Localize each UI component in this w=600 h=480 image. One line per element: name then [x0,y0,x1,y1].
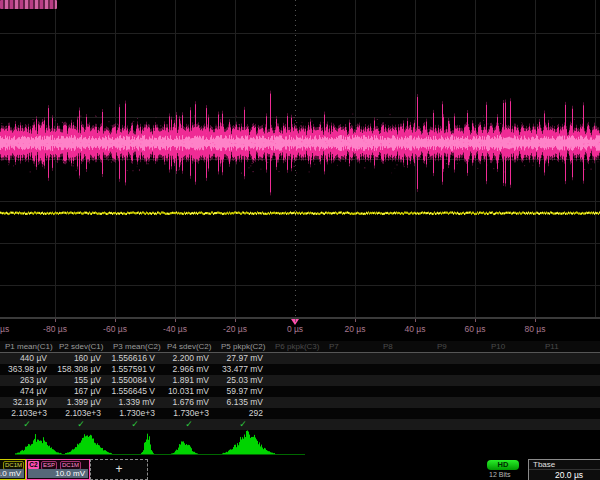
measure-value-cell [540,408,594,419]
measure-header-p7[interactable]: P7 [324,341,378,352]
oscilloscope-screen: -100 µs-80 µs-60 µs-40 µs-20 µs0 µs20 µs… [0,0,600,480]
measure-value-cell [432,386,486,397]
status-empty-cell [270,419,324,430]
measure-header-p4[interactable]: P4 sdev(C2) [162,341,216,352]
measure-value-cell: 1.556616 V [108,353,162,364]
measure-value-cell [378,353,432,364]
waveform-grid-canvas[interactable] [0,0,600,318]
measure-value-cell: 1.891 mV [162,375,216,386]
measure-value-cell [378,386,432,397]
measure-stats-row: 263 µV155 µV1.550084 V1.891 mV25.03 mV [0,375,600,386]
measure-value-cell [432,397,486,408]
status-empty-cell [486,419,540,430]
measure-value-cell [324,397,378,408]
measure-value-cell [324,375,378,386]
measure-value-cell [324,386,378,397]
measure-value-cell [270,397,324,408]
measure-value-cell [540,375,594,386]
axis-label: 60 µs [465,324,486,334]
measure-stats-row: 474 µV167 µV1.556645 V10.031 mV59.97 mV [0,386,600,397]
measure-value-cell: 59.97 mV [216,386,270,397]
status-empty-cell [378,419,432,430]
measure-value-cell: 474 µV [0,386,54,397]
measure-header-p2[interactable]: P2 sdev(C1) [54,341,108,352]
measure-header-p1[interactable]: P1 mean(C1) [0,341,54,352]
channel-c1-descriptor[interactable]: DC1M 10.0 mV [0,459,26,480]
axis-label: 40 µs [405,324,426,334]
status-empty-cell [540,419,594,430]
measure-value-cell: 10.031 mV [162,386,216,397]
axis-tick [355,319,356,322]
axis-label: 0 µs [287,324,303,334]
axis-label: -80 µs [43,324,67,334]
measure-value-cell: 1.730e+3 [108,408,162,419]
measure-value-cell [270,375,324,386]
measure-value-cell [432,408,486,419]
add-trace-button[interactable]: + [90,459,148,480]
measure-value-cell: 155 µV [54,375,108,386]
measure-value-cell [432,375,486,386]
measure-value-cell [432,353,486,364]
axis-tick [295,319,296,322]
measure-header-p8[interactable]: P8 [378,341,432,352]
measure-value-cell [486,397,540,408]
measure-value-cell: 6.135 mV [216,397,270,408]
measure-value-cell [486,408,540,419]
hd-bits-label: 12 Bits [489,471,510,478]
measure-value-cell [486,353,540,364]
axis-tick [115,319,116,322]
measure-table: P1 mean(C1)P2 sdev(C1)P3 mean(C2)P4 sdev… [0,341,600,430]
timebase-descriptor[interactable]: Tbase 20.0 µs [528,459,600,480]
measure-value-cell [324,364,378,375]
measure-value-cell: 25.03 mV [216,375,270,386]
measure-value-cell [378,375,432,386]
measure-stats-row: 440 µV160 µV1.556616 V2.200 mV27.97 mV [0,353,600,364]
measure-value-cell: 2.200 mV [162,353,216,364]
timebase-title: Tbase [529,460,600,470]
measure-value-cell [486,375,540,386]
measure-header-p9[interactable]: P9 [432,341,486,352]
timebase-value: 20.0 µs [529,470,600,479]
axis-tick [535,319,536,322]
status-check-icon: ✓ [54,419,108,430]
measure-header-p6[interactable]: P6 pkpk(C3) [270,341,324,352]
measure-value-cell [324,353,378,364]
hd-mode-badge[interactable]: HD [487,460,519,470]
status-empty-cell [432,419,486,430]
measure-value-cell [540,353,594,364]
c2-volts-per-div: 10.0 mV [28,469,88,478]
measure-value-cell: 1.730e+3 [162,408,216,419]
axis-label: -20 µs [223,324,247,334]
measure-value-cell [540,397,594,408]
measure-value-cell: 2.966 mV [162,364,216,375]
measure-header-row: P1 mean(C1)P2 sdev(C1)P3 mean(C2)P4 sdev… [0,341,600,353]
measure-value-cell: 27.97 mV [216,353,270,364]
measure-value-cell [378,397,432,408]
measure-header-p5[interactable]: P5 pkpk(C2) [216,341,270,352]
measure-value-cell: 160 µV [54,353,108,364]
measure-value-cell [270,386,324,397]
measure-value-cell: 1.557591 V [108,364,162,375]
cropped-menu-label [0,0,57,9]
axis-tick [235,319,236,322]
measure-value-cell [270,364,324,375]
measure-status-row: ✓✓✓✓✓ [0,419,600,430]
status-check-icon: ✓ [0,419,54,430]
measure-value-cell: 158.308 µV [54,364,108,375]
axis-tick [415,319,416,322]
measure-value-cell: 1.339 mV [108,397,162,408]
measure-stats-row: 363.98 µV158.308 µV1.557591 V2.966 mV33.… [0,364,600,375]
measure-header-p3[interactable]: P3 mean(C2) [108,341,162,352]
status-check-icon: ✓ [108,419,162,430]
measure-value-cell [486,364,540,375]
measure-value-cell [270,353,324,364]
measure-stats-row: 32.18 µV1.399 µV1.339 mV1.676 mV6.135 mV [0,397,600,408]
measure-header-p11[interactable]: P11 [540,341,594,352]
channel-c2-descriptor[interactable]: C2 ESP DC1M 10.0 mV [26,459,90,480]
measure-value-cell: 263 µV [0,375,54,386]
measure-header-p10[interactable]: P10 [486,341,540,352]
axis-tick [55,319,56,322]
measure-value-cell: 1.676 mV [162,397,216,408]
axis-label: -40 µs [163,324,187,334]
axis-tick [175,319,176,322]
